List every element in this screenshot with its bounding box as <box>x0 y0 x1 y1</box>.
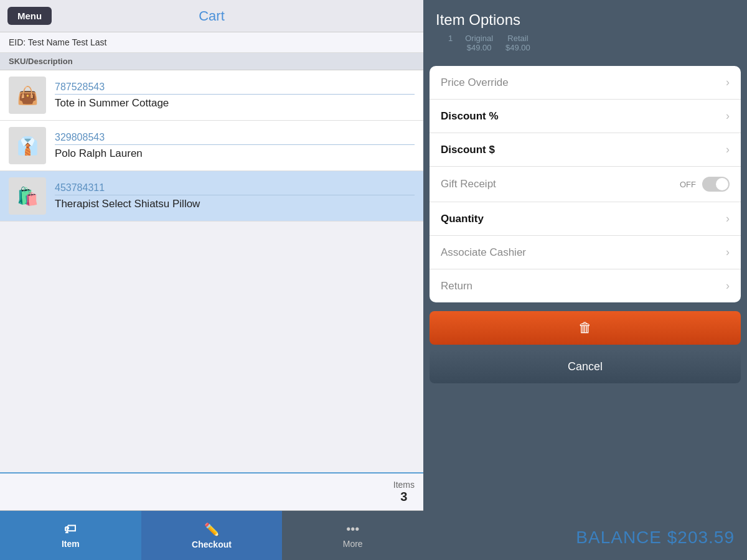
eid-row: EID: Test Name Test Last <box>0 32 423 53</box>
cancel-button[interactable]: Cancel <box>430 350 741 383</box>
option-right: › <box>726 143 730 156</box>
item-image: 👔 <box>9 127 46 164</box>
nav-item-label: Item <box>62 539 80 549</box>
bg-col-original: Original $49.00 <box>465 34 493 52</box>
menu-button[interactable]: Menu <box>7 7 52 25</box>
cart-items-list: 👜 787528543 Tote in Summer Cottage 👔 329… <box>0 70 423 472</box>
option-price-override[interactable]: Price Override › <box>430 66 741 100</box>
option-right: › <box>726 212 730 225</box>
balance-area: BALANCE $203.59 <box>423 521 747 560</box>
chevron-icon: › <box>726 143 730 156</box>
cart-item-selected[interactable]: 🛍️ 453784311 Therapist Select Shiatsu Pi… <box>0 171 423 222</box>
bg-cart-info: 1 Original $49.00 Retail $49.00 <box>436 34 735 60</box>
option-label: Associate Cashier <box>441 246 526 259</box>
nav-item-tab[interactable]: 🏷 Item <box>0 511 141 560</box>
checkout-icon: ✏️ <box>204 522 220 537</box>
option-label: Discount $ <box>441 144 495 156</box>
bg-original-price: $49.00 <box>465 43 493 52</box>
cart-item[interactable]: 👜 787528543 Tote in Summer Cottage <box>0 70 423 121</box>
option-right: › <box>726 110 730 123</box>
bg-qty: 1 <box>448 34 453 43</box>
item-name: Tote in Summer Cottage <box>55 97 415 110</box>
nav-more-tab[interactable]: ••• More <box>282 511 423 560</box>
option-label: Price Override <box>441 77 509 89</box>
bg-original-label: Original <box>465 34 493 43</box>
option-quantity[interactable]: Quantity › <box>430 202 741 236</box>
item-name: Therapist Select Shiatsu Pillow <box>55 198 415 210</box>
cart-summary: Items 3 <box>0 472 423 510</box>
option-discount-dollar[interactable]: Discount $ › <box>430 133 741 167</box>
item-icon: 🏷 <box>64 522 77 536</box>
cancel-label: Cancel <box>568 360 603 373</box>
cart-item[interactable]: 👔 329808543 Polo Ralph Lauren <box>0 121 423 171</box>
nav-more-label: More <box>343 539 363 549</box>
header: Menu Cart <box>0 0 423 32</box>
trash-icon: 🗑 <box>578 320 592 336</box>
item-info: 787528543 Tote in Summer Cottage <box>55 82 415 110</box>
bg-col-qty: 1 <box>448 34 453 52</box>
right-panel: Item Options 1 Original $49.00 Retail $4… <box>423 0 747 560</box>
toggle-label: OFF <box>680 180 696 189</box>
items-value: 3 <box>393 490 415 504</box>
option-gift-receipt[interactable]: Gift Receipt OFF <box>430 167 741 202</box>
option-right: › <box>726 279 730 292</box>
items-label: Items <box>393 480 415 490</box>
delete-button[interactable]: 🗑 <box>430 311 741 345</box>
nav-checkout-label: Checkout <box>192 539 232 549</box>
option-right: › <box>726 76 730 89</box>
option-return[interactable]: Return › <box>430 269 741 302</box>
chevron-icon: › <box>726 76 730 89</box>
sku-header: SKU/Description <box>0 53 423 70</box>
item-info: 453784311 Therapist Select Shiatsu Pillo… <box>55 182 415 210</box>
option-associate-cashier[interactable]: Associate Cashier › <box>430 236 741 269</box>
item-sku: 453784311 <box>55 182 415 195</box>
bg-retail-price: $49.00 <box>505 43 530 52</box>
left-panel: Menu Cart EID: Test Name Test Last SKU/D… <box>0 0 423 560</box>
item-sku: 329808543 <box>55 132 415 145</box>
cart-title: Cart <box>199 8 225 24</box>
more-icon: ••• <box>346 522 359 536</box>
nav-checkout-tab[interactable]: ✏️ Checkout <box>141 511 283 560</box>
item-sku: 787528543 <box>55 82 415 95</box>
chevron-icon: › <box>726 279 730 292</box>
item-name: Polo Ralph Lauren <box>55 147 415 160</box>
option-right: OFF <box>680 177 730 192</box>
chevron-icon: › <box>726 110 730 123</box>
item-options-header: Item Options 1 Original $49.00 Retail $4… <box>423 0 747 66</box>
item-info: 329808543 Polo Ralph Lauren <box>55 132 415 160</box>
chevron-icon: › <box>726 246 730 259</box>
option-label: Gift Receipt <box>441 178 496 190</box>
options-list: Price Override › Discount % › Discount $… <box>430 66 741 302</box>
option-label: Discount % <box>441 110 499 123</box>
item-image: 👜 <box>9 77 46 114</box>
option-label: Quantity <box>441 213 484 225</box>
items-summary: Items 3 <box>393 480 415 504</box>
gift-receipt-toggle[interactable] <box>702 177 730 192</box>
bottom-nav: 🏷 Item ✏️ Checkout ••• More <box>0 510 423 560</box>
bg-col-retail: Retail $49.00 <box>505 34 530 52</box>
chevron-icon: › <box>726 212 730 225</box>
item-options-title: Item Options <box>436 11 735 29</box>
bg-retail-label: Retail <box>505 34 530 43</box>
balance-text: BALANCE $203.59 <box>436 528 735 548</box>
item-image: 🛍️ <box>9 177 46 215</box>
option-right: › <box>726 246 730 259</box>
option-label: Return <box>441 280 472 292</box>
option-discount-percent[interactable]: Discount % › <box>430 100 741 133</box>
